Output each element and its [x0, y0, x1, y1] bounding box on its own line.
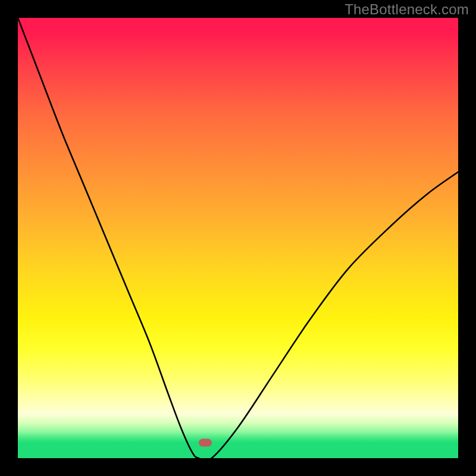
plot-area [18, 18, 458, 458]
chart-frame: TheBottleneck.com [0, 0, 476, 476]
curve-svg [18, 18, 458, 458]
watermark-text: TheBottleneck.com [345, 1, 469, 18]
optimal-marker-icon [199, 439, 212, 447]
bottleneck-curve [18, 18, 458, 458]
